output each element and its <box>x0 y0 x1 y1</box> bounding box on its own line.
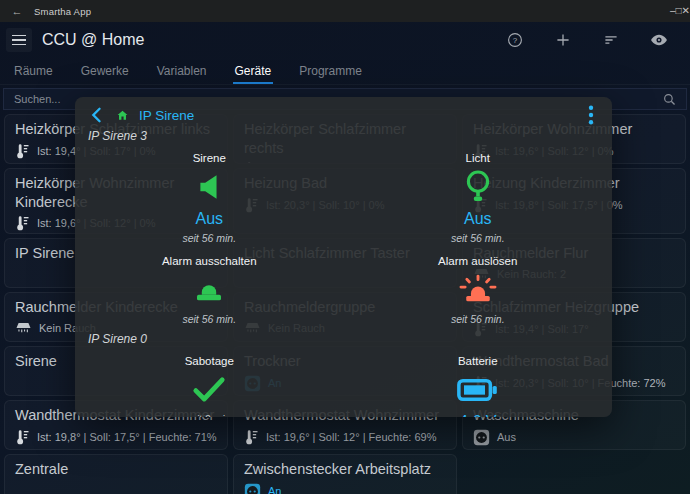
device-status: Ist: 19,6° | Soll: 12° | Feuchte: 69% <box>244 429 446 445</box>
tile-alarm-ausschalten[interactable]: Alarm ausschalten seit 56 min. <box>75 246 344 327</box>
tile-since: seit 56 min. <box>182 232 236 246</box>
tile-grid-channel-0: Sabotage seit 2 min. Batterie 4,6 V seit… <box>75 346 612 417</box>
tab-label: Gewerke <box>81 64 129 78</box>
eye-icon[interactable] <box>650 31 668 49</box>
tab-geräte[interactable]: Geräte <box>235 58 272 84</box>
socket-icon <box>244 483 261 494</box>
device-detail-modal: IP Sirene IP Sirene 3 Sirene Aus seit 56… <box>75 97 612 417</box>
thermometer-icon <box>15 143 30 159</box>
add-icon[interactable] <box>554 31 572 49</box>
tile-sirene[interactable]: Sirene Aus seit 56 min. <box>75 143 344 246</box>
channel-subtitle: IP Sirene 0 <box>75 327 612 346</box>
tile-grid-channel-3: Sirene Aus seit 56 min. Licht Aus seit 5… <box>75 143 612 327</box>
smoke-detector-icon <box>15 321 32 335</box>
tile-value: Aus <box>464 210 492 228</box>
device-card[interactable]: Zwischenstecker Arbeitsplatz An <box>233 454 457 494</box>
modal-back-icon[interactable] <box>87 106 105 124</box>
tile-label: Alarm ausschalten <box>162 255 257 267</box>
filter-icon[interactable] <box>602 31 620 49</box>
tab-variablen[interactable]: Variablen <box>157 58 207 84</box>
tab-label: Programme <box>299 64 362 78</box>
tile-label: Batterie <box>458 355 498 367</box>
tile-since: seit 56 min. <box>451 232 505 246</box>
tile-label: Licht <box>466 152 490 164</box>
hamburger-menu-icon[interactable] <box>6 28 32 52</box>
device-status: Ist: 19,8° | Soll: 17,5° | Feuchte: 71% <box>15 429 217 445</box>
device-status: Aus <box>473 429 675 446</box>
tab-label: Räume <box>14 64 53 78</box>
tile-since: seit 2 min. <box>185 413 233 417</box>
battery-icon <box>457 371 499 409</box>
tile-label: Alarm auslösen <box>438 255 517 267</box>
device-status-text: Ist: 19,8° | Soll: 17,5° | Feuchte: 71% <box>37 431 217 443</box>
device-status-text: An <box>268 485 281 494</box>
tile-value: 4,6 V <box>459 413 496 417</box>
window-back-icon[interactable]: ← <box>0 5 34 17</box>
device-status-text: Ist: 19,6° | Soll: 12° | Feuchte: 69% <box>266 431 436 443</box>
siren-icon <box>191 271 227 309</box>
close-button[interactable]: ✕ <box>682 5 690 16</box>
tile-label: Sirene <box>193 152 226 164</box>
app-header: CCU @ Home ? <box>0 22 690 58</box>
device-card[interactable]: Zentrale <box>4 454 228 494</box>
tab-programme[interactable]: Programme <box>299 58 362 84</box>
tab-label: Variablen <box>157 64 207 78</box>
tile-label: Sabotage <box>185 355 234 367</box>
help-icon[interactable]: ? <box>506 31 524 49</box>
thermometer-icon <box>15 429 30 445</box>
device-title: Zentrale <box>15 460 217 479</box>
header-action-icons: ? <box>506 31 668 49</box>
tile-batterie: Batterie 4,6 V seit 2 min. <box>344 346 613 417</box>
tile-alarm-auslösen[interactable]: Alarm auslösen seit 56 min. <box>344 246 613 327</box>
window-titlebar: ← Smartha App –□✕ <box>0 0 690 22</box>
tile-sabotage: Sabotage seit 2 min. <box>75 346 344 417</box>
tile-licht[interactable]: Licht Aus seit 56 min. <box>344 143 613 246</box>
tile-since: seit 56 min. <box>182 313 236 327</box>
more-options-icon[interactable] <box>582 106 600 124</box>
modal-title: IP Sirene <box>139 108 194 123</box>
speaker-icon <box>196 168 222 206</box>
tab-gewerke[interactable]: Gewerke <box>81 58 129 84</box>
device-status-text: Aus <box>497 431 516 443</box>
page-title: CCU @ Home <box>42 31 144 49</box>
socket-icon <box>473 429 490 446</box>
search-icon <box>660 90 678 108</box>
tab-räume[interactable]: Räume <box>14 58 53 84</box>
tab-label: Geräte <box>235 64 272 78</box>
siren-rays-icon <box>458 271 498 309</box>
tile-value: Aus <box>195 210 223 228</box>
device-status: An <box>244 483 446 494</box>
window-controls: –□✕ <box>670 0 690 22</box>
bulb-icon <box>463 168 493 206</box>
window-title: Smartha App <box>34 6 91 17</box>
thermometer-icon <box>15 215 30 231</box>
device-title: Zwischenstecker Arbeitsplatz <box>244 460 446 479</box>
thermometer-icon <box>244 429 259 445</box>
tile-since: seit 56 min. <box>451 313 505 327</box>
tab-bar: RäumeGewerkeVariablenGeräteProgramme <box>0 58 690 85</box>
modal-header: IP Sirene <box>75 97 612 124</box>
channel-subtitle: IP Sirene 3 <box>75 124 612 143</box>
home-icon <box>113 106 131 124</box>
check-icon <box>191 371 227 409</box>
svg-text:?: ? <box>513 36 518 45</box>
